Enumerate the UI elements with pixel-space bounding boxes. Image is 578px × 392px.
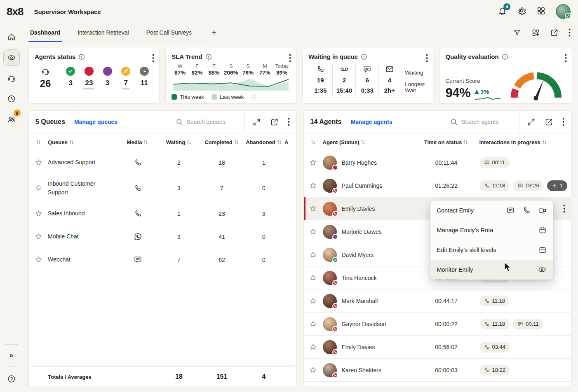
help-button[interactable] xyxy=(3,371,20,387)
card-title: Agents status xyxy=(35,53,75,60)
table-row[interactable]: Mobile Chat3410 xyxy=(29,225,296,248)
star-button[interactable] xyxy=(304,320,323,328)
waiting-value: 3 xyxy=(157,233,200,240)
user-avatar[interactable] xyxy=(556,4,571,19)
waiting-column-mail: 42h+ xyxy=(378,64,400,95)
table-row[interactable]: Gaynor Davidson00:00:2211:1800:11 xyxy=(304,313,571,336)
table-row[interactable]: Webchat7620 xyxy=(29,248,296,271)
queues-search xyxy=(175,118,244,126)
add-widget-icon[interactable] xyxy=(531,28,540,37)
info-icon[interactable] xyxy=(78,54,85,60)
menu-item-contact-emily[interactable]: Contact Emily xyxy=(430,201,553,220)
star-button[interactable] xyxy=(29,233,48,240)
avatar xyxy=(323,248,337,262)
status-badge xyxy=(332,188,338,194)
card-menu-icon[interactable] xyxy=(152,54,154,62)
sort-icon[interactable] xyxy=(463,139,468,145)
sort-icon[interactable] xyxy=(542,139,547,145)
waiting-label: Waiting xyxy=(405,70,427,76)
settings-button[interactable] xyxy=(517,6,526,17)
abandoned-value: 0 xyxy=(243,185,284,191)
open-external-icon[interactable] xyxy=(550,28,559,37)
open-external-icon[interactable] xyxy=(270,118,279,126)
star-button[interactable] xyxy=(29,184,48,192)
star-button[interactable] xyxy=(304,159,323,166)
sidebar-item-supervisor[interactable] xyxy=(3,49,20,66)
sort-icon[interactable] xyxy=(36,139,41,145)
info-icon[interactable] xyxy=(361,54,367,60)
table-row[interactable]: Advanced Support2181 xyxy=(29,151,296,174)
sidebar-item-contacts[interactable]: 8 xyxy=(3,111,20,128)
panel-menu-icon[interactable] xyxy=(562,118,564,126)
menu-item-monitor-emily[interactable]: Monitor Emily xyxy=(430,260,553,280)
sla-day-value: 82% xyxy=(188,70,205,76)
manage-agents-link[interactable]: Manage agents xyxy=(350,119,392,125)
chip-value: 11:18 xyxy=(492,298,505,304)
sla-day-value: 89% xyxy=(273,70,290,76)
menu-item-edit-emily’s[interactable]: Edit Emily’s skill levels xyxy=(430,240,553,260)
menu-item-manage-emily’s[interactable]: Manage Emily’s Rota xyxy=(430,220,553,240)
expand-icon[interactable] xyxy=(527,118,536,126)
agent-name: Marjorie Dawes xyxy=(342,229,382,235)
sort-icon[interactable] xyxy=(143,139,148,145)
star-button[interactable] xyxy=(304,205,323,212)
star-button[interactable] xyxy=(29,210,48,217)
sort-icon[interactable] xyxy=(277,139,282,145)
open-external-icon[interactable] xyxy=(545,118,553,126)
sidebar-item-home[interactable] xyxy=(3,29,20,45)
sla-day-label: S xyxy=(223,63,240,69)
sidebar-item-agents[interactable] xyxy=(3,70,20,86)
sidebar-item-history[interactable] xyxy=(3,91,20,107)
card-menu-icon[interactable] xyxy=(565,54,567,62)
star-button[interactable] xyxy=(304,228,323,236)
expand-sidebar-button[interactable]: » xyxy=(9,349,13,362)
sort-icon[interactable] xyxy=(69,139,74,145)
expand-icon[interactable] xyxy=(252,118,261,126)
add-tab-button[interactable]: + xyxy=(207,23,221,42)
status-on-break-icon xyxy=(140,67,149,76)
star-button[interactable] xyxy=(304,297,323,305)
tab-dashboard[interactable]: Dashboard xyxy=(28,23,62,42)
table-row[interactable]: Emily Davies00:56:0203:44 xyxy=(304,336,571,359)
info-icon[interactable] xyxy=(205,54,212,60)
star-button[interactable] xyxy=(29,256,48,264)
longest-wait: 15:40 xyxy=(336,87,352,94)
panel-menu-icon[interactable] xyxy=(288,118,290,126)
search-agents-input[interactable] xyxy=(461,119,515,125)
star-button[interactable] xyxy=(304,251,323,259)
table-row[interactable]: Karen Shalders00:00:0318:22 xyxy=(304,359,571,382)
table-row[interactable]: Sales Inbound1233 xyxy=(29,202,296,225)
legend-label: Last week xyxy=(220,94,244,100)
info-icon[interactable] xyxy=(502,54,508,60)
star-button[interactable] xyxy=(29,159,48,166)
sort-icon[interactable] xyxy=(234,139,239,145)
table-row[interactable]: Mark Marshall00:44:1711:18 xyxy=(304,289,571,313)
row-menu-icon[interactable] xyxy=(563,205,565,213)
agents-status-card: Agents status 26 3233711 xyxy=(28,48,160,104)
interaction-chip: 03:26 xyxy=(513,180,544,191)
sort-icon[interactable] xyxy=(360,139,366,145)
star-button[interactable] xyxy=(304,182,323,189)
tab-interaction-retrieval[interactable]: Interaction Retrieval xyxy=(76,23,131,42)
table-row[interactable]: Inbound Customer Support370 xyxy=(29,174,296,202)
star-button[interactable] xyxy=(304,343,323,351)
table-row[interactable]: Barry Hughes00:11:4400:11 xyxy=(304,151,571,174)
search-queues-input[interactable] xyxy=(187,119,240,125)
apps-button[interactable] xyxy=(536,6,546,17)
sort-icon[interactable] xyxy=(310,139,316,145)
check-icon xyxy=(566,14,570,18)
card-menu-icon[interactable] xyxy=(426,54,428,62)
more-options-icon[interactable] xyxy=(569,28,571,37)
tab-post-call-surveys[interactable]: Post Call Surveys xyxy=(145,23,193,42)
star-button[interactable] xyxy=(304,274,323,282)
star-button[interactable] xyxy=(304,366,323,374)
filter-icon[interactable] xyxy=(513,28,522,37)
card-menu-icon[interactable] xyxy=(289,54,291,62)
time-on-status: 00:44:17 xyxy=(418,298,475,304)
notifications-button[interactable]: 4 xyxy=(498,6,507,17)
longest-wait-label: Longest Wait xyxy=(405,81,427,93)
manage-queues-link[interactable]: Manage queues xyxy=(74,119,117,125)
sort-icon[interactable] xyxy=(186,139,192,145)
table-row[interactable]: Paul Cummings01:26:2211:1803:261 xyxy=(304,174,571,197)
menu-item-label: Edit Emily’s skill levels xyxy=(437,247,496,253)
